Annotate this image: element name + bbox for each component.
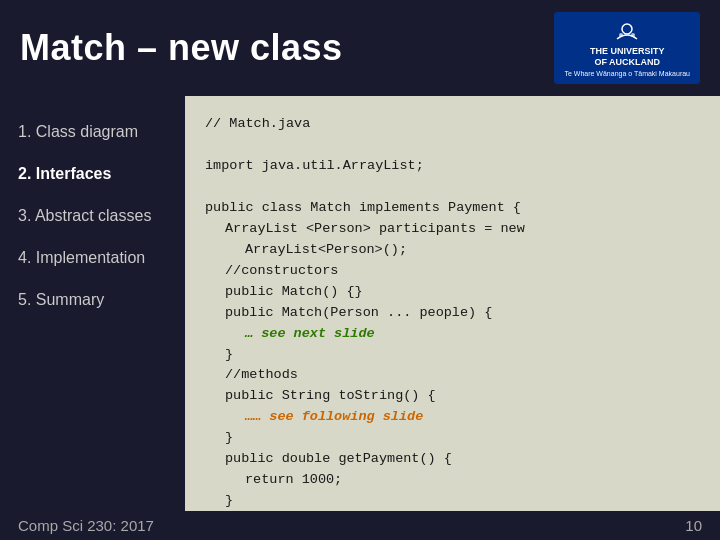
- main-layout: 1. Class diagram 2. Interfaces 3. Abstra…: [0, 96, 720, 540]
- sidebar-item-summary[interactable]: 5. Summary: [0, 279, 185, 321]
- code-close-brace-1: }: [225, 345, 700, 366]
- slide-title: Match – new class: [20, 27, 343, 69]
- code-constructors-comment: //constructors: [225, 261, 700, 282]
- code-import-line: import java.util.ArrayList;: [205, 156, 700, 177]
- sidebar-item-class-diagram[interactable]: 1. Class diagram: [0, 111, 185, 153]
- code-comment-line: // Match.java: [205, 114, 700, 135]
- code-class-decl: public class Match implements Payment {: [205, 198, 700, 219]
- svg-point-2: [619, 33, 623, 37]
- code-tostring-decl: public String toString() {: [225, 386, 700, 407]
- logo-icon: [607, 19, 647, 45]
- university-logo: THE UNIVERSITYOF AUCKLANDTe Whare Wānang…: [554, 12, 700, 84]
- svg-point-3: [631, 33, 635, 37]
- code-match-person: public Match(Person ... people) {: [225, 303, 700, 324]
- sidebar-item-abstract-classes[interactable]: 3. Abstract classes: [0, 195, 185, 237]
- code-block: // Match.java import java.util.ArrayList…: [205, 114, 700, 540]
- code-methods-comment: //methods: [225, 365, 700, 386]
- code-return: return 1000;: [245, 470, 700, 491]
- content-area: // Match.java import java.util.ArrayList…: [185, 96, 720, 540]
- code-getpayment-decl: public double getPayment() {: [225, 449, 700, 470]
- code-close-brace-2: }: [225, 428, 700, 449]
- code-close-brace-3: }: [225, 491, 700, 512]
- sidebar: 1. Class diagram 2. Interfaces 3. Abstra…: [0, 96, 185, 540]
- footer-page: 10: [685, 517, 702, 534]
- header: Match – new class THE UNIVERSITYOF AUCKL…: [0, 0, 720, 96]
- logo-text: THE UNIVERSITYOF AUCKLANDTe Whare Wānang…: [564, 46, 690, 78]
- svg-rect-0: [607, 19, 647, 45]
- code-arraylist-2: ArrayList<Person>();: [245, 240, 700, 261]
- code-blank-2: [205, 177, 700, 198]
- code-blank-1: [205, 135, 700, 156]
- footer-course: Comp Sci 230: 2017: [18, 517, 154, 534]
- code-arraylist-1: ArrayList <Person> participants = new: [225, 219, 700, 240]
- footer: Comp Sci 230: 2017 10: [0, 511, 720, 540]
- code-see-next-slide: … see next slide: [245, 324, 700, 345]
- sidebar-item-implementation[interactable]: 4. Implementation: [0, 237, 185, 279]
- sidebar-item-interfaces[interactable]: 2. Interfaces: [0, 153, 185, 195]
- logo-emblem: [606, 18, 648, 46]
- code-see-following-slide: …… see following slide: [245, 407, 700, 428]
- sidebar-nav: 1. Class diagram 2. Interfaces 3. Abstra…: [0, 111, 185, 321]
- code-match-default: public Match() {}: [225, 282, 700, 303]
